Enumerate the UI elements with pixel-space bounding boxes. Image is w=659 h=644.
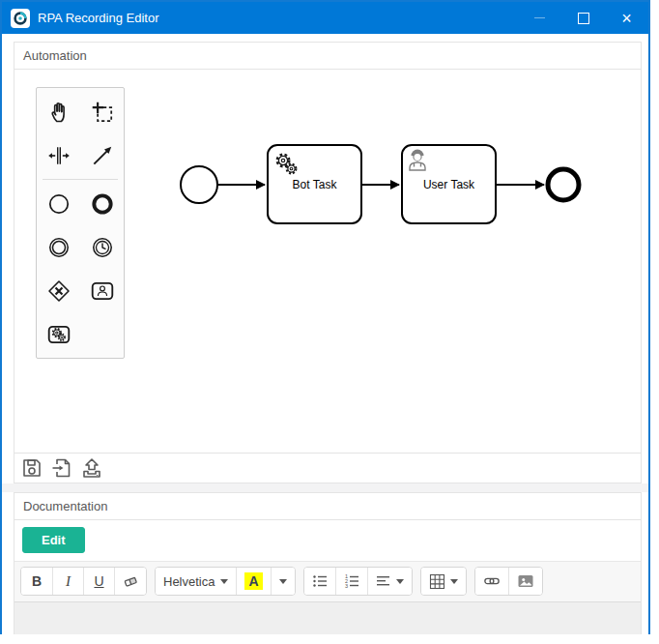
space-tool-icon[interactable]	[37, 133, 80, 177]
clear-format-button[interactable]	[114, 568, 146, 595]
chevron-down-icon	[279, 579, 287, 584]
automation-footer-toolbar	[14, 453, 641, 483]
minimize-icon	[534, 17, 545, 18]
font-family-dropdown[interactable]: Helvetica	[156, 568, 236, 595]
documentation-panel-title: Documentation	[14, 493, 641, 520]
import-button[interactable]	[48, 455, 75, 481]
font-family-label: Helvetica	[163, 574, 215, 589]
ordered-list-button[interactable]: 1 2 3	[335, 568, 367, 595]
underline-icon: U	[94, 573, 103, 589]
import-icon	[50, 456, 73, 480]
export-button[interactable]	[78, 455, 105, 481]
table-button-group	[420, 567, 467, 596]
window-title: RPA Recording Editor	[38, 11, 159, 25]
start-event-icon[interactable]	[37, 182, 80, 225]
table-icon	[429, 573, 445, 590]
chevron-down-icon	[396, 579, 404, 584]
rpa-recording-editor-window: RPA Recording Editor × Automation	[0, 0, 650, 634]
diagram-end-event[interactable]	[548, 169, 579, 200]
save-icon	[20, 456, 43, 480]
window-content: Automation	[2, 42, 648, 634]
diagram-start-event[interactable]	[181, 166, 217, 203]
tool-palette	[36, 87, 125, 359]
end-event-icon[interactable]	[80, 182, 124, 225]
insert-button-group	[474, 567, 543, 596]
documentation-panel: Documentation Edit B I U	[14, 492, 642, 634]
bpmn-canvas[interactable]: Bot Task User Tas	[14, 70, 641, 453]
documentation-body: Edit B I U	[14, 520, 641, 634]
save-button[interactable]	[18, 455, 45, 481]
underline-button[interactable]: U	[83, 568, 114, 595]
chevron-down-icon	[450, 579, 458, 584]
font-color-button[interactable]: A	[236, 568, 270, 595]
font-color-icon: A	[244, 572, 262, 591]
ordered-list-icon: 1 2 3	[344, 573, 359, 589]
edit-button[interactable]: Edit	[22, 527, 85, 553]
diagram-user-task[interactable]: User Task	[402, 145, 496, 223]
timer-event-icon[interactable]	[80, 225, 124, 269]
picture-button[interactable]	[508, 568, 542, 595]
richtext-toolbar: B I U	[14, 561, 641, 602]
italic-icon: I	[66, 573, 71, 590]
intermediate-event-icon[interactable]	[37, 225, 80, 269]
picture-icon	[517, 572, 534, 590]
palette-separator	[43, 179, 118, 180]
user-task-icon[interactable]	[80, 269, 124, 312]
app-logo-icon	[11, 9, 30, 28]
export-icon	[80, 456, 103, 480]
automation-panel: Automation	[14, 42, 642, 483]
paragraph-align-button[interactable]	[367, 568, 412, 595]
bot-task-icon[interactable]	[37, 312, 80, 356]
user-task-label: User Task	[423, 178, 475, 191]
font-color-caret-button[interactable]	[271, 568, 295, 595]
paragraph-align-icon	[376, 573, 391, 589]
eraser-icon	[123, 573, 138, 589]
panel-gap	[2, 483, 648, 492]
chevron-down-icon	[220, 579, 228, 584]
unordered-list-button[interactable]	[304, 568, 335, 595]
titlebar: RPA Recording Editor ×	[2, 2, 648, 34]
font-button-group: Helvetica A	[155, 567, 296, 596]
close-button[interactable]: ×	[605, 2, 648, 34]
bold-icon: B	[32, 573, 42, 589]
maximize-icon	[578, 13, 589, 24]
link-button[interactable]	[475, 568, 508, 595]
lasso-tool-icon[interactable]	[80, 90, 124, 133]
automation-panel-title: Automation	[14, 43, 641, 70]
gateway-icon[interactable]	[37, 269, 80, 312]
paragraph-button-group: 1 2 3	[303, 567, 413, 596]
bold-button[interactable]: B	[21, 568, 52, 595]
link-icon	[483, 572, 501, 590]
close-icon: ×	[621, 10, 632, 27]
minimize-button[interactable]	[518, 2, 561, 34]
diagram-bot-task[interactable]: Bot Task	[268, 145, 361, 223]
hand-tool-icon[interactable]	[37, 90, 80, 133]
bot-task-label: Bot Task	[293, 178, 338, 191]
unordered-list-icon	[312, 573, 328, 589]
global-connect-tool-icon[interactable]	[80, 133, 124, 177]
maximize-button[interactable]	[561, 2, 605, 34]
table-button[interactable]	[421, 568, 466, 595]
svg-text:3: 3	[345, 583, 348, 589]
style-button-group: B I U	[20, 567, 147, 596]
documentation-text-area	[14, 602, 641, 634]
italic-button[interactable]: I	[52, 568, 83, 595]
